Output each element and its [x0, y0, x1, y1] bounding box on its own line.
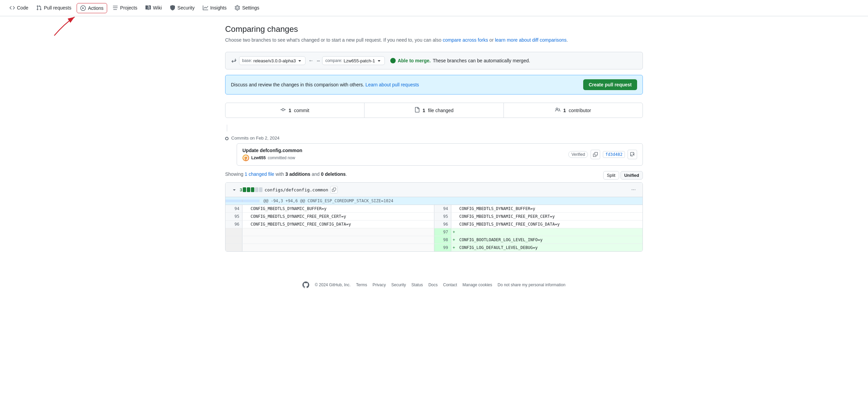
commits-count: 1 — [289, 108, 291, 113]
nav-insights[interactable]: Insights — [199, 0, 231, 16]
sign-right-99: + — [451, 244, 457, 251]
file-stat-icon — [414, 107, 420, 113]
contributors-stat: 1 contributor — [504, 103, 643, 118]
hunk-line-num-left — [225, 200, 242, 202]
diff-row-96: 96 CONFIG_MBEDTLS_DYNAMIC_FREE_CONFIG_DA… — [225, 221, 643, 228]
book-icon — [145, 5, 151, 11]
git-pull-request-icon — [36, 5, 42, 11]
sign-right-95 — [451, 213, 457, 220]
line-num-left-95: 95 — [225, 213, 242, 220]
line-num-right-96: 96 — [434, 221, 451, 228]
commit-hash-link[interactable]: fd3d482 — [603, 151, 625, 158]
arrow-separator: ← — [308, 58, 314, 64]
diff-view-switcher: Split Unified — [603, 171, 643, 180]
nav-wiki-label: Wiki — [153, 5, 162, 11]
commit-title: Update defconfig.common — [242, 148, 302, 153]
line-num-right-99: 99 — [434, 244, 451, 251]
browse-repo-button[interactable] — [628, 150, 637, 159]
footer-status[interactable]: Status — [411, 283, 423, 287]
footer-contact[interactable]: Contact — [443, 283, 457, 287]
nav-insights-label: Insights — [210, 5, 226, 11]
footer-privacy[interactable]: Privacy — [373, 283, 386, 287]
diff-left-99 — [225, 244, 434, 251]
avatar — [242, 154, 249, 161]
footer-do-not-share[interactable]: Do not share my personal information — [497, 283, 565, 287]
changed-file-link[interactable]: 1 changed file — [245, 171, 274, 177]
split-view-button[interactable]: Split — [603, 171, 619, 180]
diff-row-95: 95 CONFIG_MBEDTLS_DYNAMIC_FREE_PEER_CERT… — [225, 213, 643, 221]
code-right-97 — [457, 228, 643, 236]
line-num-right-94: 94 — [434, 205, 451, 212]
stats-bar: 1 commit 1 file changed 1 contributor — [225, 103, 643, 118]
create-pull-request-button[interactable]: Create pull request — [583, 79, 637, 90]
line-num-left-94: 94 — [225, 205, 242, 212]
compare-branch-select[interactable]: compare: Lzw655-patch-1 — [322, 56, 385, 65]
diff-hunk-header: @@ -94,3 +94,6 @@ CONFIG_ESP_COREDUMP_ST… — [225, 197, 643, 205]
nav-wiki[interactable]: Wiki — [141, 0, 166, 16]
commit-meta: Lzw655 committed now — [242, 154, 302, 161]
sign-left-96 — [242, 221, 248, 228]
nav-projects-label: Projects — [120, 5, 137, 11]
diff-expand-button[interactable] — [231, 186, 238, 193]
diff-left-94: 94 CONFIG_MBEDTLS_DYNAMIC_BUFFER=y — [225, 205, 434, 212]
contributors-label: contributor — [569, 108, 591, 113]
diff-right-96: 96 CONFIG_MBEDTLS_DYNAMIC_FREE_CONFIG_DA… — [434, 221, 643, 228]
sign-right-94 — [451, 205, 457, 212]
unified-view-button[interactable]: Unified — [620, 171, 643, 180]
line-num-left-98 — [225, 236, 242, 244]
base-branch-value: release/v3.0.0-alpha3 — [253, 58, 296, 63]
chevron-down-icon — [297, 58, 302, 63]
nav-settings-label: Settings — [242, 5, 259, 11]
footer-security[interactable]: Security — [391, 283, 406, 287]
sign-left-98 — [242, 236, 248, 244]
code-right-96: CONFIG_MBEDTLS_DYNAMIC_FREE_CONFIG_DATA=… — [457, 221, 643, 228]
nav-security[interactable]: Security — [166, 0, 199, 16]
code-right-94: CONFIG_MBEDTLS_DYNAMIC_BUFFER=y — [457, 205, 643, 212]
nav-code[interactable]: Code — [5, 0, 32, 16]
commit-left: Update defconfig.common Lzw655 committed… — [242, 148, 302, 161]
compare-branch-value: Lzw655-patch-1 — [343, 58, 375, 63]
table-icon — [113, 5, 118, 11]
compare-arrows-icon — [231, 58, 236, 64]
info-box: Discuss and review the changes in this c… — [225, 75, 643, 95]
page-subtitle: Choose two branches to see what's change… — [225, 37, 643, 44]
code-left-96: CONFIG_MBEDTLS_DYNAMIC_FREE_CONFIG_DATA=… — [248, 221, 434, 228]
diff-left-96: 96 CONFIG_MBEDTLS_DYNAMIC_FREE_CONFIG_DA… — [225, 221, 434, 228]
line-num-right-97: 97 — [434, 228, 451, 236]
compare-bar: base: release/v3.0.0-alpha3 ← ··· compar… — [225, 52, 643, 69]
footer-manage-cookies[interactable]: Manage cookies — [462, 283, 492, 287]
compare-forks-link[interactable]: compare across forks — [443, 37, 488, 43]
nav-pull-requests[interactable]: Pull requests — [32, 0, 75, 16]
nav-pull-requests-label: Pull requests — [44, 5, 71, 11]
nav-actions[interactable]: Actions — [77, 3, 107, 13]
nav-actions-label: Actions — [88, 5, 103, 11]
diff-file-path: configs/defconfig.common — [264, 187, 328, 192]
copy-file-path-button[interactable] — [330, 186, 338, 193]
sign-right-97: + — [451, 228, 457, 236]
files-label: file changed — [428, 108, 454, 113]
nav-projects[interactable]: Projects — [108, 0, 141, 16]
learn-pull-requests-link[interactable]: Learn about pull requests — [366, 82, 419, 87]
commit-card: Update defconfig.common Lzw655 committed… — [237, 143, 643, 166]
footer-docs[interactable]: Docs — [428, 283, 437, 287]
diff-header-left: 3 configs/defconfig.common — [231, 186, 338, 193]
footer: © 2024 GitHub, Inc. Terms Privacy Securi… — [0, 271, 868, 296]
code-left-97 — [248, 228, 434, 236]
additions-bar: 3 — [240, 187, 262, 192]
footer-terms[interactable]: Terms — [356, 283, 367, 287]
sign-left-94 — [242, 205, 248, 212]
commit-author: Lzw655 — [251, 155, 266, 160]
nav-settings[interactable]: Settings — [231, 0, 263, 16]
sign-left-99 — [242, 244, 248, 251]
diff-menu-button[interactable]: ··· — [630, 185, 637, 194]
commits-date: Commits on Feb 2, 2024 — [231, 136, 643, 141]
chevron-down-icon-2 — [376, 58, 382, 63]
diff-left-98 — [225, 236, 434, 244]
nav-code-label: Code — [17, 5, 28, 11]
base-label: base: — [242, 58, 252, 63]
base-branch-select[interactable]: base: release/v3.0.0-alpha3 — [239, 56, 305, 65]
diff-right-95: 95 CONFIG_MBEDTLS_DYNAMIC_FREE_PEER_CERT… — [434, 213, 643, 220]
diff-comparisons-link[interactable]: learn more about diff comparisons — [495, 37, 567, 43]
commits-section: Commits on Feb 2, 2024 Update defconfig.… — [225, 125, 643, 166]
copy-sha-button[interactable] — [591, 150, 600, 159]
